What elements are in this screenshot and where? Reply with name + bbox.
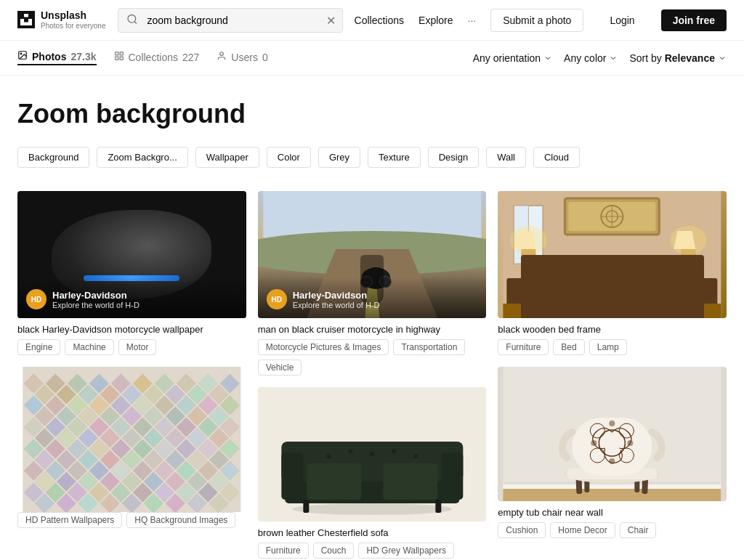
- color-label: Any color: [564, 52, 606, 64]
- tiles-svg: [17, 367, 246, 512]
- unsplash-icon: [20, 14, 32, 25]
- svg-rect-137: [441, 453, 463, 500]
- svg-rect-4: [115, 52, 118, 55]
- tab-collections[interactable]: Collections 227: [114, 51, 200, 65]
- svg-point-3: [20, 53, 22, 54]
- svg-rect-146: [435, 500, 441, 513]
- tag-engine[interactable]: Engine: [17, 339, 60, 355]
- svg-point-8: [220, 52, 224, 56]
- svg-rect-139: [383, 463, 437, 500]
- collections-icon: [114, 51, 124, 63]
- tag-hd-pattern[interactable]: HD Pattern Wallpapers: [17, 512, 122, 528]
- photo-image-1[interactable]: HD Harley-Davidson Explore the world of …: [17, 191, 246, 318]
- photo-column-2: HD Harley-Davidson Explore the world of …: [258, 191, 487, 559]
- join-button[interactable]: Join free: [661, 9, 727, 31]
- photo-item-2: HD Harley-Davidson Explore the world of …: [258, 191, 487, 376]
- tag-background[interactable]: Background: [17, 147, 89, 168]
- chevron-down-icon: [718, 54, 727, 62]
- photos-icon: [17, 50, 28, 62]
- tab-photos[interactable]: Photos 27.3k: [17, 50, 97, 65]
- tag-wallpaper[interactable]: Wallpaper: [195, 147, 259, 168]
- clear-search-icon[interactable]: ✕: [326, 13, 336, 27]
- overlay-text-1: Harley-Davidson Explore the world of H-D: [52, 290, 140, 309]
- tag-hq-background[interactable]: HQ Background Images: [126, 512, 235, 528]
- tag-machine[interactable]: Machine: [65, 339, 113, 355]
- sort-filter[interactable]: Sort by Relevance: [629, 52, 727, 64]
- tag-chair[interactable]: Chair: [620, 522, 657, 538]
- photo-item-5: brown leather Chesterfield sofa Furnitur…: [258, 387, 487, 559]
- tag-wall[interactable]: Wall: [486, 147, 526, 168]
- sort-label: Sort by Relevance: [629, 52, 715, 64]
- photo-caption-1: black Harley-Davidson motorcycle wallpap…: [17, 324, 246, 335]
- photo-item-1: HD Harley-Davidson Explore the world of …: [17, 191, 246, 355]
- svg-point-142: [370, 452, 374, 456]
- tag-vehicle[interactable]: Vehicle: [258, 360, 302, 376]
- svg-rect-164: [620, 264, 678, 289]
- chevron-down-icon: [609, 54, 618, 62]
- tag-moto-images[interactable]: Motorcycle Pictures & Images: [258, 339, 389, 355]
- nav-collections[interactable]: Collections: [355, 15, 404, 26]
- photo-image-4[interactable]: [17, 367, 246, 512]
- tag-lamp[interactable]: Lamp: [589, 339, 627, 355]
- photo-image-5[interactable]: [258, 387, 487, 522]
- photo-overlay-2: HD Harley-Davidson Explore the world of …: [258, 277, 487, 318]
- tag-design[interactable]: Design: [428, 147, 479, 168]
- photo-tags-1: Engine Machine Motor: [17, 339, 246, 355]
- tag-motor[interactable]: Motor: [118, 339, 157, 355]
- tag-home-decor[interactable]: Home Decor: [550, 522, 615, 538]
- svg-rect-163: [547, 264, 605, 289]
- search-input[interactable]: [118, 8, 343, 33]
- main-content: Zoom background Background Zoom Backgro.…: [0, 76, 744, 560]
- overlay-text-2: Harley-Davidson Explore the world of H-D: [293, 290, 380, 309]
- bedroom-svg: [498, 191, 727, 318]
- tag-texture[interactable]: Texture: [368, 147, 421, 168]
- tag-furniture-bed[interactable]: Furniture: [498, 339, 549, 355]
- photo-image-2[interactable]: HD Harley-Davidson Explore the world of …: [258, 191, 487, 318]
- tag-transportation[interactable]: Transportation: [393, 339, 465, 355]
- svg-point-143: [392, 449, 396, 453]
- photo-tags-3: Furniture Bed Lamp: [498, 339, 727, 355]
- users-icon: [217, 51, 227, 63]
- svg-point-185: [591, 440, 597, 446]
- svg-rect-145: [303, 500, 309, 513]
- photo-caption-6: empty tub chair near wall: [498, 507, 727, 518]
- orientation-filter[interactable]: Any orientation: [473, 52, 552, 64]
- photo-column-1: HD Harley-Davidson Explore the world of …: [17, 191, 246, 559]
- color-filter[interactable]: Any color: [564, 52, 618, 64]
- svg-rect-6: [120, 57, 123, 60]
- svg-rect-162: [540, 260, 685, 296]
- tab-collections-count: 227: [182, 52, 199, 63]
- nav-more[interactable]: ···: [468, 15, 477, 26]
- logo[interactable]: Unsplash Photos for everyone: [17, 9, 106, 31]
- tag-cloud[interactable]: Cloud: [533, 147, 580, 168]
- nav-explore[interactable]: Explore: [418, 15, 453, 26]
- photo-image-3[interactable]: [498, 191, 727, 318]
- brand-logo-1: HD: [26, 289, 46, 309]
- photo-image-6[interactable]: [498, 367, 727, 501]
- svg-line-1: [134, 21, 137, 23]
- svg-rect-7: [115, 57, 118, 60]
- login-button[interactable]: Login: [598, 9, 646, 31]
- sofa-svg: [258, 387, 487, 522]
- tag-hd-grey[interactable]: HD Grey Wallpapers: [358, 543, 454, 559]
- tag-zoom-background[interactable]: Zoom Backgro...: [97, 147, 187, 168]
- tab-photos-count: 27.3k: [70, 51, 96, 62]
- chevron-down-icon: [543, 54, 552, 62]
- photo-tags-6: Cushion Home Decor Chair: [498, 522, 727, 538]
- tag-list: Background Zoom Backgro... Wallpaper Col…: [17, 147, 727, 168]
- orientation-label: Any orientation: [473, 52, 541, 64]
- tag-furniture[interactable]: Furniture: [258, 543, 309, 559]
- tag-couch[interactable]: Couch: [313, 543, 355, 559]
- submit-photo-button[interactable]: Submit a photo: [490, 9, 583, 32]
- nav-links: Collections Explore ··· Submit a photo L…: [355, 9, 727, 32]
- photo-grid: HD Harley-Davidson Explore the world of …: [17, 191, 727, 559]
- svg-point-133: [292, 503, 452, 515]
- app-tagline: Photos for everyone: [41, 22, 106, 31]
- tag-bed[interactable]: Bed: [553, 339, 584, 355]
- tag-color[interactable]: Color: [267, 147, 311, 168]
- svg-point-161: [671, 226, 707, 255]
- tag-cushion[interactable]: Cushion: [498, 522, 546, 538]
- tab-users[interactable]: Users 0: [217, 51, 267, 65]
- tag-grey[interactable]: Grey: [318, 147, 360, 168]
- photo-caption-5: brown leather Chesterfield sofa: [258, 527, 487, 538]
